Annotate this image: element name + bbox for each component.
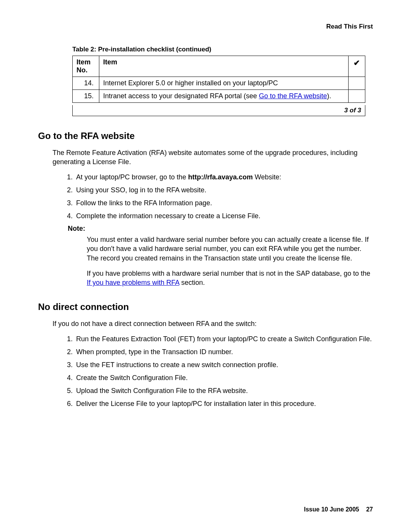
list-item: When prompted, type in the Transaction I…: [75, 347, 373, 357]
page-header-right: Read This First: [38, 23, 373, 30]
checklist-table-wrap: Table 2: Pre-installation checklist (con…: [72, 46, 365, 116]
cell-item-text: Internet Explorer 5.0 or higher installe…: [99, 77, 349, 90]
rfa-problems-link[interactable]: If you have problems with RFA: [87, 279, 179, 286]
list-item: Follow the links to the RFA Information …: [75, 198, 373, 208]
list-item: Complete the information necessary to cr…: [75, 211, 373, 221]
cell-text-post: ).: [327, 92, 331, 100]
checklist-table: Item No. Item ✔ 14. Internet Explorer 5.…: [72, 56, 365, 103]
cell-item-no: 15.: [73, 90, 99, 103]
footer-page-number: 27: [366, 506, 373, 513]
list-item: Run the Features Extraction Tool (FET) f…: [75, 334, 373, 344]
list-item: At your laptop/PC browser, go to the htt…: [75, 172, 373, 182]
nodirect-steps: Run the Features Extraction Tool (FET) f…: [68, 334, 373, 409]
heading-no-direct: No direct connection: [38, 302, 373, 312]
rfa-intro: The Remote Feature Activation (RFA) webs…: [53, 148, 373, 167]
table-header-row: Item No. Item ✔: [73, 56, 365, 77]
note2-pre: If you have problems with a hardware ser…: [87, 270, 370, 277]
col-header-check-icon: ✔: [349, 56, 365, 77]
step-text-post: Website:: [253, 173, 281, 181]
page-footer: Issue 10 June 2005 27: [304, 506, 373, 513]
cell-item-no: 14.: [73, 77, 99, 90]
note-text-2: If you have problems with a hardware ser…: [87, 269, 373, 288]
col-header-item-no: Item No.: [73, 56, 99, 77]
step-text-pre: At your laptop/PC browser, go to the: [76, 173, 188, 181]
note-text-1: You must enter a valid hardware serial n…: [87, 235, 373, 263]
list-item: Deliver the License File to your laptop/…: [75, 399, 373, 409]
cell-text-pre: Intranet access to your designated RFA p…: [103, 92, 259, 100]
list-item: Using your SSO, log in to the RFA websit…: [75, 185, 373, 195]
note-block: Note: You must enter a valid hardware se…: [68, 225, 373, 287]
list-item: Upload the Switch Configuration File to …: [75, 386, 373, 396]
footer-issue: Issue 10 June 2005: [304, 506, 359, 513]
note2-post: section.: [179, 279, 205, 286]
list-item: Use the FET instructions to create a new…: [75, 360, 373, 370]
table-row: 14. Internet Explorer 5.0 or higher inst…: [73, 77, 365, 90]
cell-check: [349, 90, 365, 103]
cell-item-text: Intranet access to your designated RFA p…: [99, 90, 349, 103]
note-label: Note:: [68, 225, 373, 233]
heading-rfa-website: Go to the RFA website: [38, 131, 373, 141]
table-caption: Table 2: Pre-installation checklist (con…: [72, 46, 365, 53]
rfa-steps: At your laptop/PC browser, go to the htt…: [68, 172, 373, 221]
col-header-item: Item: [99, 56, 349, 77]
list-item: Create the Switch Configuration File.: [75, 373, 373, 383]
rfa-url: http://rfa.avaya.com: [188, 173, 253, 181]
rfa-website-link[interactable]: Go to the RFA website: [259, 92, 327, 100]
table-row: 15. Intranet access to your designated R…: [73, 90, 365, 103]
nodirect-intro: If you do not have a direct connection b…: [53, 319, 373, 328]
table-page-indicator: 3 of 3: [72, 105, 365, 116]
cell-check: [349, 77, 365, 90]
